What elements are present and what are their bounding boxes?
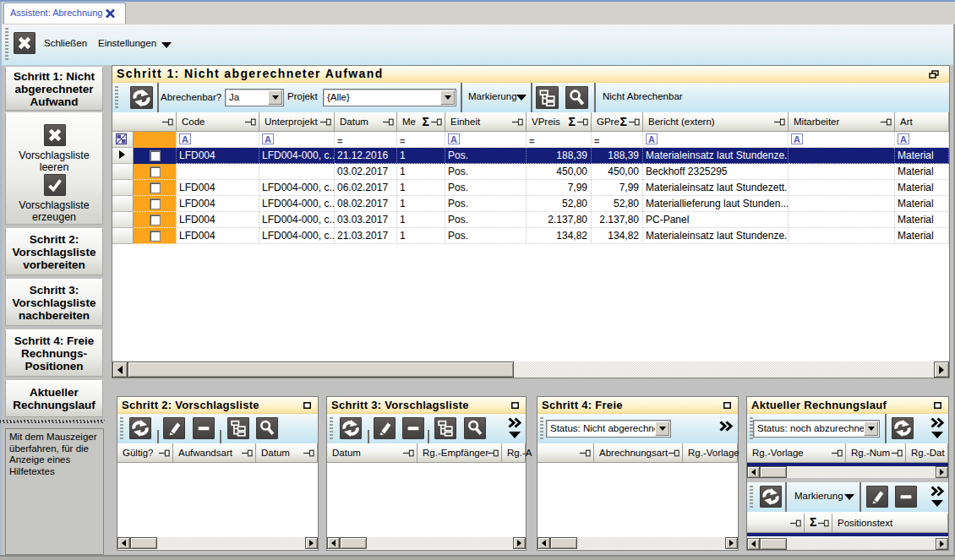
svg-text:A: A — [900, 134, 907, 144]
svg-text:A: A — [265, 134, 271, 144]
svg-text:A: A — [648, 134, 655, 144]
svg-text:A: A — [182, 134, 188, 144]
svg-text:A: A — [794, 134, 800, 144]
svg-text:A: A — [450, 134, 457, 144]
